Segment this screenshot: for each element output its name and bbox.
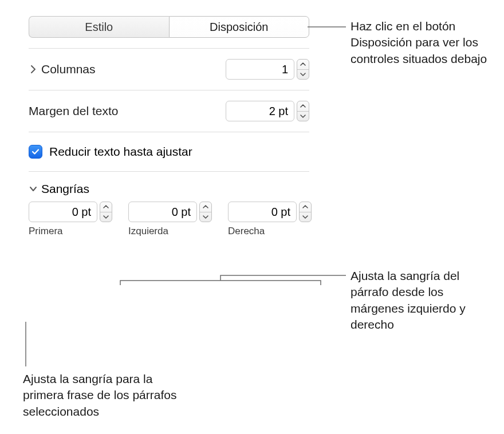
indent-first-step-down[interactable] bbox=[100, 212, 112, 222]
text-margin-value: 2 pt bbox=[269, 105, 288, 118]
callout-left-right-indent: Ajusta la sangría del párrafo desde los … bbox=[351, 268, 494, 333]
columns-row: Columnas 1 bbox=[11, 49, 326, 90]
indent-first-stepper bbox=[100, 202, 112, 222]
tab-layout[interactable]: Disposición bbox=[169, 16, 310, 38]
indent-right-group: 0 pt bbox=[228, 202, 312, 222]
columns-field[interactable]: 1 bbox=[226, 59, 294, 80]
indent-first-col: 0 pt Primera bbox=[29, 202, 112, 237]
chevron-down-icon[interactable] bbox=[29, 186, 38, 192]
indent-first-caption: Primera bbox=[29, 226, 112, 237]
indent-right-step-down[interactable] bbox=[300, 212, 311, 222]
indent-left-step-down[interactable] bbox=[200, 212, 211, 222]
text-margin-stepper-group: 2 pt bbox=[226, 101, 309, 121]
indent-right-col: 0 pt Derecha bbox=[228, 202, 312, 237]
text-margin-label-group: Margen del texto bbox=[29, 104, 118, 118]
indent-fields: 0 pt Primera 0 pt bbox=[29, 202, 309, 237]
indent-first-group: 0 pt bbox=[29, 202, 112, 222]
chevron-right-icon[interactable] bbox=[29, 65, 38, 73]
columns-label-group: Columnas bbox=[29, 62, 96, 76]
tab-segment: Estilo Disposición bbox=[29, 16, 309, 38]
shrink-text-label: Reducir texto hasta ajustar bbox=[49, 145, 192, 159]
text-margin-field[interactable]: 2 pt bbox=[226, 101, 294, 121]
format-panel: Estilo Disposición Columnas 1 bbox=[11, 11, 326, 245]
indent-left-stepper bbox=[199, 202, 212, 222]
indents-header: Sangrías bbox=[29, 182, 309, 196]
indent-left-step-up[interactable] bbox=[200, 202, 211, 212]
tab-style[interactable]: Estilo bbox=[29, 16, 169, 38]
text-margin-step-up[interactable] bbox=[297, 101, 309, 111]
indent-right-caption: Derecha bbox=[228, 226, 312, 237]
indent-left-col: 0 pt Izquierda bbox=[128, 202, 212, 237]
indent-left-value: 0 pt bbox=[172, 206, 191, 219]
text-margin-step-down[interactable] bbox=[297, 111, 309, 121]
indent-right-step-up[interactable] bbox=[300, 202, 311, 212]
indents-label: Sangrías bbox=[41, 182, 89, 196]
indents-section: Sangrías 0 pt Prim bbox=[11, 172, 326, 245]
columns-step-down[interactable] bbox=[297, 69, 309, 80]
indent-left-field[interactable]: 0 pt bbox=[128, 202, 197, 222]
indent-first-value: 0 pt bbox=[72, 206, 91, 219]
columns-stepper-group: 1 bbox=[226, 59, 309, 80]
indent-first-field[interactable]: 0 pt bbox=[29, 202, 97, 222]
callout-layout-button: Haz clic en el botón Disposición para ve… bbox=[351, 18, 494, 67]
tab-layout-label: Disposición bbox=[210, 21, 268, 34]
text-margin-label: Margen del texto bbox=[29, 104, 118, 118]
columns-value: 1 bbox=[282, 63, 288, 76]
text-margin-row: Margen del texto 2 pt bbox=[11, 90, 326, 132]
shrink-text-checkbox[interactable] bbox=[29, 145, 42, 159]
indent-right-value: 0 pt bbox=[271, 206, 290, 219]
shrink-text-row: Reducir texto hasta ajustar bbox=[11, 132, 326, 171]
columns-step-up[interactable] bbox=[297, 60, 309, 69]
indent-left-caption: Izquierda bbox=[128, 226, 212, 237]
indent-right-field[interactable]: 0 pt bbox=[228, 202, 297, 222]
indent-first-step-up[interactable] bbox=[100, 202, 112, 212]
callout-first-indent: Ajusta la sangría para la primera frase … bbox=[23, 371, 178, 420]
indent-left-group: 0 pt bbox=[128, 202, 212, 222]
columns-label: Columnas bbox=[41, 62, 96, 76]
tab-style-label: Estilo bbox=[85, 21, 113, 34]
columns-stepper bbox=[297, 59, 309, 80]
indent-right-stepper bbox=[299, 202, 312, 222]
text-margin-stepper bbox=[297, 101, 309, 121]
